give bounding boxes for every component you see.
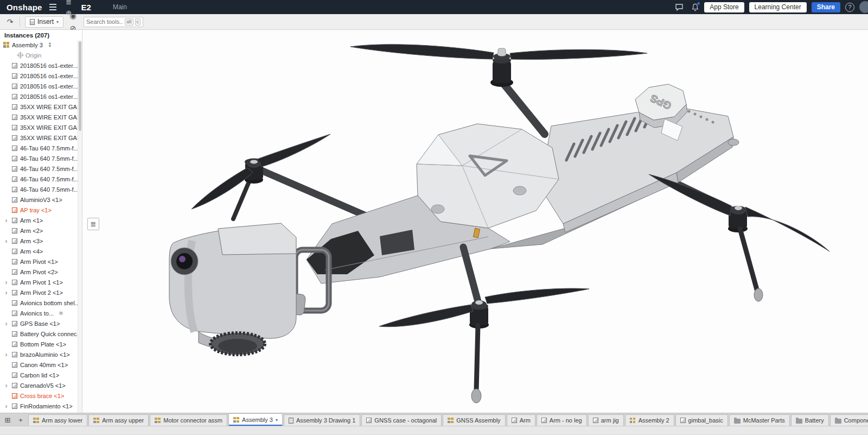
document-tab[interactable]: McMaster Parts (729, 414, 790, 426)
instance-row[interactable]: Arm Pivot 1 <1> (0, 277, 82, 287)
3d-viewport[interactable]: GPS (82, 30, 868, 413)
instance-label: GPS Base <1> (20, 320, 60, 327)
instance-row[interactable]: CarenadoV5 <1> (0, 380, 82, 390)
document-tab[interactable]: Motor connector assm (150, 414, 227, 426)
instance-label: FinRodamiento <1> (20, 403, 73, 409)
notifications-bell-icon[interactable] (691, 3, 699, 11)
instance-row[interactable]: Bottom Plate <1> (0, 339, 82, 349)
instance-row[interactable]: Avionics bottom shel... (0, 298, 82, 308)
instance-label: Battery Quick connec... (20, 331, 82, 337)
motor-bottom (469, 303, 489, 404)
instance-label: Arm <1> (20, 217, 43, 224)
document-tab[interactable]: Assembly 3 (228, 413, 283, 426)
insert-button[interactable]: Insert (25, 16, 63, 28)
instance-row[interactable]: Arm <4> (0, 246, 82, 256)
add-tab-icon[interactable]: + (14, 414, 27, 426)
part-icon (12, 269, 17, 275)
part-icon (12, 321, 17, 326)
instance-row[interactable]: brazoAluminio <1> (0, 349, 82, 360)
instance-row[interactable]: AluminioV3 <1> (0, 194, 82, 205)
document-tab[interactable]: arm jig (588, 414, 624, 426)
sidebar-scrollbar-thumb[interactable] (79, 41, 81, 131)
instance-row[interactable]: Arm Pivot 2 <1> (0, 287, 82, 298)
instance-row[interactable]: Origin (0, 50, 82, 60)
instance-row[interactable]: 46-Tau 640 7.5mm-f... (0, 184, 82, 194)
create-document-icon[interactable]: ⊕ (62, 7, 76, 18)
instance-label: 46-Tau 640 7.5mm-f... (20, 166, 79, 172)
structure-panel-toggle[interactable] (87, 218, 99, 230)
instance-label: AluminioV3 <1> (20, 197, 62, 203)
workspace-label[interactable]: Main (113, 3, 127, 11)
expand-chevron-icon[interactable] (3, 289, 9, 296)
instance-row[interactable]: 46-Tau 640 7.5mm-f... (0, 163, 82, 174)
instance-row[interactable]: Arm <2> (0, 225, 82, 236)
expand-chevron-icon[interactable] (3, 403, 9, 409)
share-button[interactable]: Share (812, 2, 840, 12)
part-icon (12, 290, 17, 295)
document-tab[interactable]: Arm assy lower (28, 414, 87, 426)
part-icon (12, 228, 17, 234)
expand-chevron-icon[interactable] (3, 217, 9, 224)
document-tab[interactable]: Arm (507, 414, 535, 426)
help-icon[interactable]: ? (845, 3, 854, 12)
instance-row[interactable]: Carbon lid <1> (0, 370, 82, 380)
document-tab[interactable]: Battery (791, 414, 829, 426)
instance-row[interactable]: Arm Pivot <1> (0, 256, 82, 267)
document-tab[interactable]: GNSS Assembly (443, 414, 505, 426)
part-icon (12, 125, 17, 130)
expand-chevron-icon[interactable] (3, 382, 9, 389)
instance-row[interactable]: Cross brace <1> (0, 390, 82, 401)
instance-row[interactable]: Assembly 3 (0, 40, 82, 50)
folder-icon (835, 419, 841, 424)
expand-chevron-icon[interactable] (3, 279, 9, 286)
redo-icon[interactable]: ↷ (3, 16, 17, 28)
instance-row[interactable]: Arm <3> (0, 236, 82, 246)
tab-manager-icon[interactable]: ⊞ (1, 414, 14, 426)
instance-label: 20180516 os1-exter... (20, 93, 78, 100)
document-tab[interactable]: gimbal_basic (675, 414, 728, 426)
part-icon (12, 94, 17, 99)
comment-icon[interactable] (672, 2, 686, 12)
instance-row[interactable]: Avionics to... (0, 308, 82, 318)
tab-label: Assembly 2 (639, 417, 669, 424)
instance-row[interactable]: Arm Pivot <2> (0, 267, 82, 277)
onshape-logo[interactable]: Onshape (4, 3, 47, 12)
user-avatar[interactable] (859, 1, 868, 13)
document-tab[interactable]: Assembly 3 Drawing 1 (284, 414, 360, 426)
instance-label: Cross brace <1> (20, 393, 64, 399)
expand-chevron-icon[interactable] (3, 238, 9, 244)
instance-row[interactable]: 46-Tau 640 7.5mm-f... (0, 153, 82, 163)
instance-row[interactable]: AP tray <1> (0, 205, 82, 215)
instances-tree: Assembly 3 Origin 20180516 os1-exter... (0, 40, 82, 411)
instance-row[interactable]: 20180516 os1-exter... (0, 91, 82, 102)
instance-row[interactable]: FinRodamiento <1> (0, 401, 82, 411)
instance-row[interactable]: 35XX WIRE EXIT GAS... (0, 122, 82, 133)
part-icon (366, 418, 372, 423)
expand-chevron-icon[interactable] (3, 351, 9, 358)
document-tab[interactable]: GNSS case - octagonal (361, 414, 442, 426)
instance-row[interactable]: 20180516 os1-exter... (0, 60, 82, 71)
document-tab[interactable]: Arm assy upper (88, 414, 149, 426)
app-grid-icon[interactable]: ≣ (62, 0, 76, 7)
document-tab[interactable]: Assembly 2 (625, 414, 674, 426)
instance-row[interactable]: 46-Tau 640 7.5mm-f... (0, 143, 82, 153)
instance-row[interactable]: Battery Quick connec... (0, 329, 82, 339)
document-tab[interactable]: Arm - no leg (537, 414, 587, 426)
instance-row[interactable]: GPS Base <1> (0, 318, 82, 329)
document-tab[interactable]: Components (830, 414, 868, 426)
instance-row[interactable]: 35XX WIRE EXIT GAS... (0, 112, 82, 122)
search-tools-input[interactable] (86, 18, 123, 25)
instance-row[interactable]: Canon 40mm <1> (0, 360, 82, 370)
expand-chevron-icon[interactable] (3, 320, 9, 327)
instance-row[interactable]: 35XX WIRE EXIT GAS... (0, 102, 82, 112)
instance-row[interactable]: 20180516 os1-exter... (0, 71, 82, 81)
app-store-button[interactable]: App Store (704, 2, 744, 12)
main-menu-icon[interactable] (47, 2, 60, 12)
document-title[interactable]: E2 (81, 3, 91, 12)
instance-row[interactable]: 20180516 os1-exter... (0, 81, 82, 91)
instance-row[interactable]: 35XX WIRE EXIT GAS... (0, 133, 82, 143)
instance-row[interactable]: 46-Tau 640 7.5mm-f... (0, 174, 82, 184)
learning-center-button[interactable]: Learning Center (749, 2, 807, 12)
insert-page-icon (30, 19, 35, 25)
instance-row[interactable]: Arm <1> (0, 215, 82, 225)
